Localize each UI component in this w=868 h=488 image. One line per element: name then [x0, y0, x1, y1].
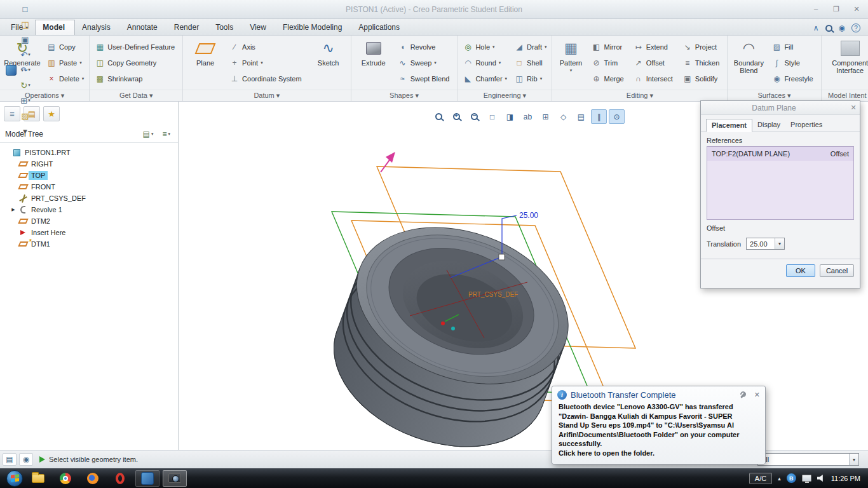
language-band-button[interactable]: A/C	[749, 473, 772, 484]
customize-quick-access-button[interactable]: ▾	[18, 123, 32, 139]
tab-analysis[interactable]: Analysis	[75, 20, 120, 35]
get-data-group-label[interactable]: Get Data ▾	[90, 90, 182, 101]
reference-row[interactable]: TOP:F2(DATUM PLANE) Offset	[707, 147, 853, 161]
model-tree-item[interactable]: DTM2	[0, 215, 178, 227]
favorites-panel-tab[interactable]: ★	[43, 106, 60, 121]
toggle-navigator-button[interactable]: ▤	[3, 453, 17, 466]
minimize-button[interactable]: –	[808, 3, 824, 15]
annotation-display-button[interactable]: ab	[520, 109, 536, 124]
datum-display-button[interactable]: ∥	[591, 109, 607, 124]
tree-columns-button[interactable]: ≡▾	[159, 128, 173, 140]
reference-constraint-type[interactable]: Offset	[831, 150, 849, 158]
boundary-blend-button[interactable]: ◠ Boundary Blend	[731, 37, 766, 74]
help-button[interactable]: ?	[851, 24, 860, 32]
zoom-in-button[interactable]	[449, 109, 465, 124]
model-tree-item[interactable]: PISTON1.PRT	[0, 147, 178, 158]
undo-button[interactable]: ↶▾	[18, 47, 32, 62]
repaint-button[interactable]: □	[484, 109, 500, 124]
save-button[interactable]: ▣	[18, 32, 32, 47]
taskbar-firefox[interactable]	[81, 470, 105, 487]
maximize-button[interactable]: ❐	[829, 3, 844, 15]
copy-button[interactable]: ▤Copy	[44, 40, 86, 53]
model-tree-item[interactable]: FRONT	[0, 181, 178, 193]
component-interface-button[interactable]: Component Interface	[825, 37, 868, 74]
engineering-group-label[interactable]: Engineering ▾	[458, 90, 552, 101]
view-manager-button[interactable]: ▤	[573, 109, 589, 124]
search-button[interactable]	[825, 25, 832, 32]
mirror-button[interactable]: ◧Mirror	[589, 40, 628, 53]
panel-splitter[interactable]	[178, 102, 180, 450]
pattern-button[interactable]: ▦ Pattern ▾	[555, 37, 586, 74]
revolve-button[interactable]: ◖Revolve	[396, 40, 454, 53]
shapes-group-label[interactable]: Shapes ▾	[351, 90, 458, 101]
cancel-button[interactable]: Cancel	[820, 264, 854, 277]
offset-direction-arrow[interactable]	[381, 152, 395, 172]
plane-button[interactable]: Plane	[186, 37, 224, 67]
bluetooth-icon[interactable]: B	[787, 473, 796, 483]
model-tree-item[interactable]: TOP	[0, 170, 178, 181]
dialog-tab-placement[interactable]: Placement	[706, 119, 752, 132]
model-tree-item[interactable]: Insert Here	[0, 227, 178, 238]
notification-close-button[interactable]: ✕	[754, 391, 760, 399]
taskbar-chrome[interactable]	[53, 470, 78, 487]
tab-flexible-modeling[interactable]: Flexible Modeling	[276, 20, 351, 35]
freestyle-button[interactable]: ◉Freestyle	[770, 72, 817, 85]
notification-options-icon[interactable]	[740, 391, 747, 399]
csys-label[interactable]: PRT_CSYS_DEF	[468, 291, 518, 298]
taskbar-camera[interactable]	[163, 470, 187, 487]
dialog-close-button[interactable]: ✕	[847, 104, 860, 112]
surfaces-group-label[interactable]: Surfaces ▾	[728, 90, 820, 101]
zoom-window-button[interactable]	[431, 109, 447, 124]
user-defined-feature-button[interactable]: ▦User-Defined Feature	[93, 40, 179, 53]
hole-button[interactable]: ◎Hole▾	[461, 40, 509, 53]
redo-button[interactable]: ↷▾	[18, 62, 32, 78]
sweep-button[interactable]: ∿Sweep▾	[396, 56, 454, 69]
chamfer-button[interactable]: ◣Chamfer▾	[461, 72, 509, 85]
sketch-button[interactable]: ∿ Sketch	[309, 37, 348, 67]
saved-orientations-button[interactable]: ◇	[555, 109, 571, 124]
offset-button[interactable]: ↗Offset	[632, 56, 677, 69]
delete-button[interactable]: ×Delete▾	[44, 72, 86, 85]
extrude-button[interactable]: Extrude	[355, 37, 393, 67]
model-tree-item[interactable]: DTM1	[0, 238, 178, 250]
dialog-tab-display[interactable]: Display	[752, 119, 785, 132]
close-window-button[interactable]: ▨	[18, 108, 32, 123]
style-button[interactable]: ∫Style	[770, 56, 817, 69]
offset-dimension-value[interactable]: 25.00	[519, 211, 538, 220]
fill-button[interactable]: ▨Fill	[770, 40, 817, 53]
zoom-out-button[interactable]	[466, 109, 482, 124]
translation-value[interactable]: 25.00	[747, 240, 775, 248]
editing-group-label[interactable]: Editing ▾	[552, 90, 727, 101]
clock[interactable]: 11:26 PM	[831, 475, 860, 482]
bluetooth-notification[interactable]: i Bluetooth Transfer Complete ✕ Bluetoot…	[552, 386, 766, 464]
draft-button[interactable]: ◢Draft▾	[512, 40, 548, 53]
translation-combo[interactable]: 25.00 ▾	[746, 238, 785, 250]
perspective-button[interactable]: ⊞	[538, 109, 553, 124]
shrinkwrap-button[interactable]: ▩Shrinkwrap	[93, 72, 179, 85]
spin-center-button[interactable]: ⊙	[609, 109, 625, 124]
round-button[interactable]: ◠Round▾	[461, 56, 509, 69]
combo-arrow-icon[interactable]: ▾	[775, 238, 784, 249]
close-button[interactable]: ✕	[849, 3, 864, 15]
references-list[interactable]: TOP:F2(DATUM PLANE) Offset	[707, 146, 854, 220]
coordinate-system-button[interactable]: ⊥Coordinate System	[227, 72, 306, 85]
tab-view[interactable]: View	[243, 20, 276, 35]
ok-button[interactable]: OK	[786, 264, 815, 277]
point-button[interactable]: +Point▾	[227, 56, 306, 69]
combo-arrow-icon[interactable]: ▾	[849, 454, 858, 465]
extend-button[interactable]: ↦Extend	[632, 40, 677, 53]
model-tree-item[interactable]: ▶ Revolve 1	[0, 204, 178, 215]
copy-geometry-button[interactable]: ◫Copy Geometry	[93, 56, 179, 69]
tab-model[interactable]: Model	[35, 20, 75, 35]
model-intent-group-label[interactable]: Model Intent ▾	[822, 90, 868, 101]
tab-tools[interactable]: Tools	[208, 20, 243, 35]
trim-button[interactable]: ⊘Trim	[589, 56, 628, 69]
model-tree-item[interactable]: RIGHT	[0, 158, 178, 170]
minimize-ribbon-button[interactable]: ∧	[813, 24, 819, 32]
datum-group-label[interactable]: Datum ▾	[183, 90, 351, 101]
swept-blend-button[interactable]: ≈Swept Blend	[396, 72, 454, 85]
intersect-button[interactable]: ∩Intersect	[632, 72, 677, 85]
solidify-button[interactable]: ▣Solidify	[681, 72, 724, 85]
regenerate-quick-button[interactable]: ↻▾	[18, 78, 32, 93]
taskbar-file-explorer[interactable]	[26, 470, 50, 487]
